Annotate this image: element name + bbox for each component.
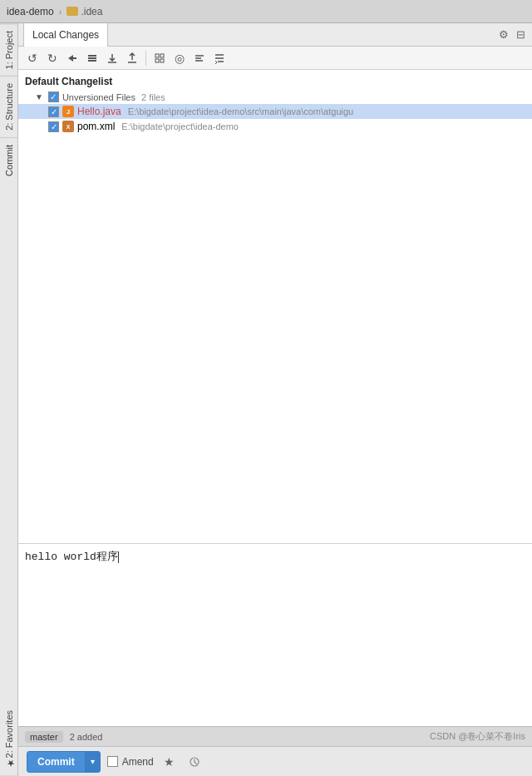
file-tree: Default Changelist ▼ ✓ Unversioned Files… bbox=[18, 70, 532, 543]
svg-rect-0 bbox=[88, 55, 96, 57]
more-button[interactable] bbox=[210, 49, 229, 67]
path-separator: › bbox=[59, 7, 62, 17]
amend-checkbox[interactable] bbox=[107, 756, 118, 767]
xml-file-icon: X bbox=[62, 121, 74, 132]
svg-rect-1 bbox=[88, 57, 96, 59]
eye-button[interactable]: ◎ bbox=[170, 49, 189, 67]
toolbar-separator-1 bbox=[145, 51, 146, 66]
pom-xml-path: E:\bigdate\project\idea-demo bbox=[121, 121, 239, 131]
java-file-icon: J bbox=[62, 106, 74, 117]
file-row-hello-java[interactable]: ✓ J Hello.java E:\bigdate\project\idea-d… bbox=[18, 104, 532, 119]
tab-bar: Local Changes ⚙ ⊟ bbox=[18, 23, 532, 47]
amend-label: Amend bbox=[122, 756, 154, 768]
file-count: 2 files bbox=[141, 92, 165, 102]
file-row-pom-xml[interactable]: ✓ X pom.xml E:\bigdate\project\idea-demo bbox=[18, 119, 532, 134]
commit-message-text[interactable]: hello world程序 bbox=[25, 549, 525, 566]
tab-local-changes[interactable]: Local Changes bbox=[23, 23, 108, 47]
changelist-label: Default Changelist bbox=[25, 76, 112, 87]
branch-name: master bbox=[30, 732, 58, 742]
project-name: idea-demo bbox=[7, 6, 54, 17]
list-button[interactable] bbox=[83, 49, 101, 67]
main-layout: 1: Project 2: Structure Commit ★ 2: Favo… bbox=[0, 23, 532, 776]
sidebar-item-structure[interactable]: 2: Structure bbox=[0, 76, 17, 137]
status-added: 2 added bbox=[70, 732, 103, 742]
commit-message-area[interactable]: hello world程序 bbox=[18, 543, 532, 726]
apply-button[interactable] bbox=[63, 49, 81, 67]
bookmark-icon[interactable]: ★ bbox=[160, 753, 179, 771]
align-button[interactable] bbox=[190, 49, 209, 67]
pom-xml-checkbox[interactable]: ✓ bbox=[48, 121, 59, 132]
sidebar-item-project[interactable]: 1: Project bbox=[0, 23, 17, 76]
commit-button[interactable]: Commit ▾ bbox=[27, 751, 101, 773]
changelist-header: Default Changelist bbox=[18, 73, 532, 90]
folder-icon bbox=[66, 7, 78, 16]
sidebar-item-commit[interactable]: Commit bbox=[0, 137, 17, 183]
hello-java-checkbox[interactable]: ✓ bbox=[48, 106, 59, 117]
settings-icon[interactable]: ⚙ bbox=[497, 28, 510, 42]
commit-dropdown-arrow[interactable]: ▾ bbox=[85, 752, 100, 772]
split-icon[interactable]: ⊟ bbox=[514, 28, 527, 42]
folder-name: .idea bbox=[81, 6, 102, 17]
folder-path: .idea bbox=[66, 6, 102, 17]
amend-area: Amend bbox=[107, 756, 154, 768]
grid-button[interactable] bbox=[150, 49, 169, 67]
unversioned-checkbox[interactable]: ✓ bbox=[48, 91, 59, 102]
tab-icons: ⚙ ⊟ bbox=[497, 28, 527, 42]
collapse-arrow: ▼ bbox=[35, 92, 43, 101]
svg-rect-2 bbox=[88, 60, 96, 62]
sidebar-item-favorites[interactable]: ★ 2: Favorites bbox=[0, 704, 17, 776]
text-cursor bbox=[118, 551, 119, 563]
svg-rect-8 bbox=[160, 59, 164, 62]
title-bar: idea-demo › .idea bbox=[0, 0, 532, 23]
pom-xml-name: pom.xml bbox=[77, 121, 115, 132]
status-bar: master 2 added CSDN @卷心菜不卷Iris bbox=[18, 726, 532, 746]
unversioned-label: Unversioned Files bbox=[62, 92, 135, 102]
star-icon: ★ bbox=[4, 758, 15, 769]
toolbar: ↺ ↻ bbox=[18, 47, 532, 70]
svg-rect-6 bbox=[160, 54, 164, 57]
svg-rect-5 bbox=[155, 54, 159, 57]
dropdown-icon: ▾ bbox=[91, 757, 95, 766]
commit-message-content: hello world程序 bbox=[25, 551, 118, 563]
hello-java-path: E:\bigdate\project\idea-demo\src\main\ja… bbox=[128, 106, 353, 116]
commit-btn-bar: Commit ▾ Amend ★ bbox=[18, 746, 532, 776]
branch-indicator[interactable]: master bbox=[25, 731, 63, 743]
watermark: CSDN @卷心菜不卷Iris bbox=[430, 730, 525, 743]
download-button[interactable] bbox=[103, 49, 121, 67]
hello-java-name: Hello.java bbox=[77, 106, 121, 117]
upload-button[interactable] bbox=[123, 49, 141, 67]
commit-label: Commit bbox=[37, 756, 75, 768]
undo-button[interactable]: ↻ bbox=[43, 49, 62, 67]
commit-btn-main[interactable]: Commit bbox=[27, 752, 85, 772]
refresh-button[interactable]: ↺ bbox=[23, 49, 42, 67]
clock-icon[interactable] bbox=[185, 753, 204, 771]
unversioned-files-row[interactable]: ▼ ✓ Unversioned Files 2 files bbox=[18, 90, 532, 104]
left-tabs: 1: Project 2: Structure Commit ★ 2: Favo… bbox=[0, 23, 18, 776]
svg-rect-7 bbox=[155, 59, 159, 62]
content-area: Local Changes ⚙ ⊟ ↺ ↻ bbox=[18, 23, 532, 776]
